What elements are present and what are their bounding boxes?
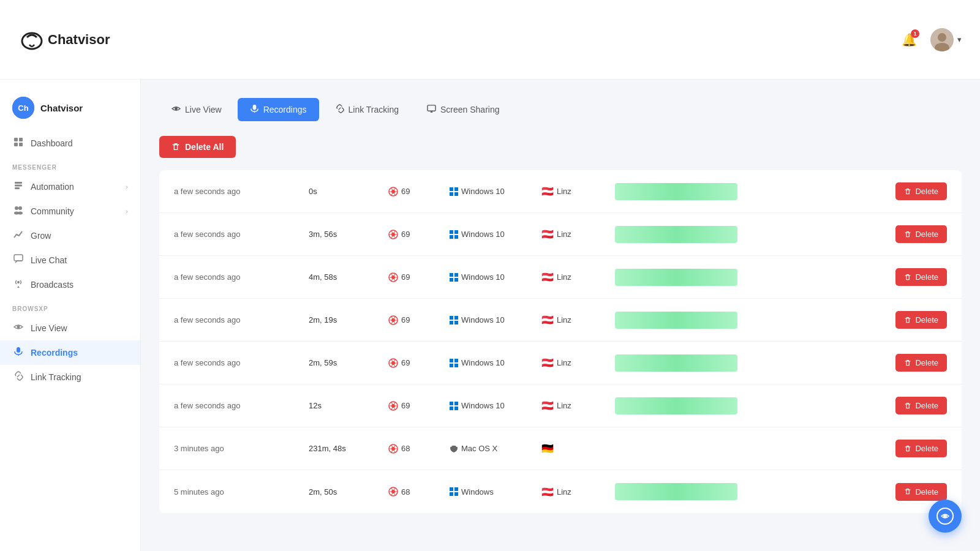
recording-thumbnail (615, 397, 737, 414)
delete-recording-button[interactable]: Delete (895, 311, 947, 329)
os-name: Mac OS X (461, 444, 497, 453)
sidebar-item-live-chat[interactable]: Live Chat (0, 248, 140, 272)
sidebar: Ch Chatvisor Dashboard MESSENGER Automat… (0, 80, 141, 551)
sidebar-item-broadcasts[interactable]: Broadcasts (0, 272, 140, 297)
recording-preview[interactable] (610, 440, 884, 457)
svg-text:Ch: Ch (18, 103, 28, 113)
svg-rect-72 (454, 364, 458, 367)
tab-bar: Live View Recordings Link Tracking Scree… (159, 98, 962, 121)
recording-preview[interactable] (610, 389, 884, 423)
recording-preview[interactable] (610, 217, 884, 252)
recording-preview[interactable] (610, 174, 884, 209)
recording-location: 🇦🇹 Linz (537, 220, 610, 249)
svg-rect-93 (454, 487, 458, 491)
delete-all-button[interactable]: Delete All (159, 136, 236, 158)
recording-location: 🇦🇹 Linz (537, 263, 610, 291)
sidebar-label-link-tracking: Link Tracking (31, 372, 81, 382)
delete-all-label: Delete All (185, 142, 224, 152)
recording-duration: 0s (304, 178, 383, 204)
svg-rect-54 (454, 278, 458, 282)
sidebar-item-link-tracking[interactable]: Link Tracking (0, 365, 140, 389)
sidebar-label-community: Community (31, 206, 74, 216)
delete-recording-button[interactable]: Delete (895, 354, 947, 372)
recording-browser: 69 (383, 307, 445, 334)
svg-rect-42 (450, 230, 453, 234)
svg-point-2 (938, 33, 946, 42)
sidebar-item-recordings[interactable]: Recordings (0, 340, 140, 365)
sidebar-label-grow: Grow (31, 231, 51, 241)
automation-icon (12, 181, 24, 193)
tab-screen-sharing-label: Screen Sharing (440, 105, 500, 114)
svg-point-19 (17, 326, 20, 329)
svg-rect-34 (454, 187, 458, 191)
svg-point-16 (18, 212, 23, 215)
svg-rect-8 (14, 143, 18, 146)
sidebar-label-recordings: Recordings (31, 348, 78, 358)
tab-link-tracking-label: Link Tracking (349, 105, 399, 114)
recording-actions: Delete (884, 302, 952, 337)
os-name: Windows 10 (461, 272, 505, 282)
browser-version: 68 (401, 487, 410, 497)
sidebar-item-live-view[interactable]: Live View (0, 316, 140, 340)
delete-recording-button[interactable]: Delete (895, 225, 947, 243)
delete-recording-button[interactable]: Delete (895, 397, 947, 414)
user-avatar-button[interactable]: ▾ (930, 28, 962, 51)
tab-recordings[interactable]: Recordings (238, 98, 319, 121)
chat-float-icon (937, 508, 954, 525)
recording-browser: 69 (383, 264, 445, 291)
delete-recording-button[interactable]: Delete (895, 440, 947, 457)
city-name: Linz (557, 401, 571, 410)
windows-icon (450, 230, 458, 239)
trash-icon (904, 188, 911, 195)
browser-version: 69 (401, 230, 410, 239)
delete-recording-button[interactable]: Delete (895, 483, 947, 501)
os-name: Windows 10 (461, 187, 505, 196)
tab-screen-sharing[interactable]: Screen Sharing (415, 98, 512, 121)
svg-rect-6 (14, 138, 18, 141)
svg-rect-94 (450, 492, 453, 496)
recording-preview[interactable] (610, 260, 884, 294)
svg-rect-51 (450, 273, 453, 277)
notifications-button[interactable]: 🔔 1 (897, 28, 921, 51)
svg-rect-62 (450, 321, 453, 324)
sidebar-item-dashboard[interactable]: Dashboard (0, 131, 140, 156)
sidebar-item-community[interactable]: Community › (0, 199, 140, 223)
tab-link-tracking[interactable]: Link Tracking (323, 98, 411, 121)
sidebar-item-grow[interactable]: Grow (0, 223, 140, 248)
recording-preview[interactable] (610, 303, 884, 337)
recording-location: 🇩🇪 (537, 434, 610, 463)
recording-preview[interactable] (610, 474, 884, 509)
svg-point-14 (18, 206, 22, 210)
city-name: Linz (557, 230, 571, 239)
svg-rect-36 (454, 192, 458, 196)
sidebar-item-automation[interactable]: Automation › (0, 174, 140, 199)
recording-duration: 3m, 56s (304, 221, 383, 247)
svg-rect-44 (450, 235, 453, 239)
grow-icon (12, 230, 24, 242)
chrome-icon (388, 187, 398, 197)
sidebar-label-live-view: Live View (31, 323, 67, 333)
trash-icon (904, 402, 911, 410)
svg-rect-79 (454, 402, 458, 405)
recording-preview[interactable] (610, 346, 884, 380)
svg-point-97 (943, 514, 947, 518)
city-name: Linz (557, 315, 571, 324)
delete-recording-button[interactable]: Delete (895, 268, 947, 286)
floating-action-button[interactable] (929, 500, 962, 533)
country-flag: 🇦🇹 (541, 486, 554, 498)
sidebar-label-automation: Automation (31, 182, 74, 192)
workspace-switcher[interactable]: Ch Chatvisor (0, 92, 140, 131)
windows-icon (450, 487, 458, 496)
windows-icon (450, 273, 458, 282)
city-name: Linz (557, 358, 571, 367)
recordings-table: a few seconds ago 0s 69 Windows 10 🇦🇹 Li… (159, 170, 962, 513)
tab-live-view[interactable]: Live View (159, 98, 234, 121)
table-row: a few seconds ago 4m, 58s 69 Windows 10 … (159, 256, 962, 299)
broadcasts-icon (12, 279, 24, 291)
mic-icon (12, 347, 24, 359)
recording-os: Windows 10 (445, 178, 537, 204)
delete-recording-button[interactable]: Delete (895, 182, 947, 200)
svg-rect-95 (454, 492, 458, 496)
svg-point-22 (175, 107, 178, 110)
recording-duration: 2m, 19s (304, 307, 383, 333)
